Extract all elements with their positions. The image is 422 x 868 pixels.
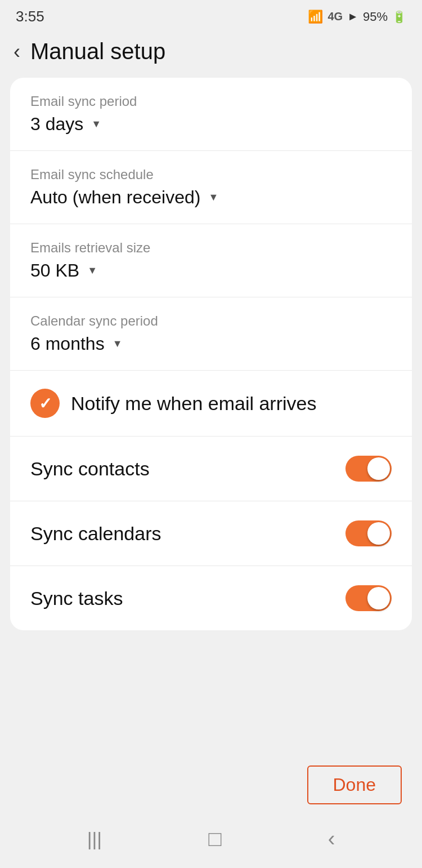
sync-contacts-toggle[interactable]	[345, 456, 392, 482]
calendar-sync-period-text: 6 months	[30, 333, 105, 354]
page-title: Manual setup	[30, 39, 165, 64]
calendar-sync-period-arrow: ▼	[113, 338, 123, 350]
sync-tasks-toggle[interactable]	[345, 585, 392, 611]
back-button[interactable]: ‹	[14, 40, 20, 64]
sync-contacts-row[interactable]: Sync contacts	[10, 437, 412, 501]
checkmark-icon: ✓	[39, 394, 52, 413]
nav-bar: ||| □ ‹	[0, 816, 422, 868]
email-sync-period-value[interactable]: 3 days ▼	[30, 114, 392, 135]
calendar-sync-period-value[interactable]: 6 months ▼	[30, 333, 392, 354]
emails-retrieval-size-row[interactable]: Emails retrieval size 50 KB ▼	[10, 224, 412, 297]
notify-email-checkbox[interactable]: ✓	[30, 389, 60, 418]
sync-calendars-toggle[interactable]	[345, 520, 392, 546]
email-sync-period-row[interactable]: Email sync period 3 days ▼	[10, 78, 412, 151]
sync-tasks-row[interactable]: Sync tasks	[10, 566, 412, 630]
sync-contacts-label: Sync contacts	[30, 458, 150, 480]
sync-calendars-row[interactable]: Sync calendars	[10, 501, 412, 566]
email-sync-schedule-arrow: ▼	[208, 192, 218, 203]
wifi-icon: 📶	[308, 10, 323, 24]
settings-card: Email sync period 3 days ▼ Email sync sc…	[10, 78, 412, 630]
emails-retrieval-size-value[interactable]: 50 KB ▼	[30, 260, 392, 281]
notify-email-label: Notify me when email arrives	[71, 393, 392, 415]
emails-retrieval-size-label: Emails retrieval size	[30, 240, 392, 256]
email-sync-schedule-value[interactable]: Auto (when received) ▼	[30, 187, 392, 208]
email-sync-period-arrow: ▼	[91, 118, 101, 130]
email-sync-period-text: 3 days	[30, 114, 83, 135]
status-bar: 3:55 📶 4G ► 95% 🔋	[0, 0, 422, 30]
emails-retrieval-size-arrow: ▼	[87, 265, 97, 277]
sync-contacts-toggle-knob	[367, 457, 390, 480]
calendar-sync-period-label: Calendar sync period	[30, 313, 392, 329]
status-right: 📶 4G ► 95% 🔋	[308, 10, 406, 24]
sync-tasks-label: Sync tasks	[30, 587, 123, 609]
emails-retrieval-size-text: 50 KB	[30, 260, 79, 281]
back-nav-icon[interactable]: ‹	[328, 827, 335, 851]
network-icon: 4G	[327, 10, 343, 23]
bottom-bar: Done	[0, 754, 422, 816]
email-sync-schedule-row[interactable]: Email sync schedule Auto (when received)…	[10, 151, 412, 224]
sync-calendars-label: Sync calendars	[30, 523, 161, 545]
calendar-sync-period-row[interactable]: Calendar sync period 6 months ▼	[10, 297, 412, 371]
sync-calendars-toggle-knob	[367, 522, 390, 545]
battery-icon: 🔋	[392, 10, 406, 24]
header: ‹ Manual setup	[0, 30, 422, 78]
email-sync-schedule-text: Auto (when received)	[30, 187, 200, 208]
notify-email-row[interactable]: ✓ Notify me when email arrives	[10, 371, 412, 437]
status-time: 3:55	[16, 8, 44, 25]
email-sync-schedule-label: Email sync schedule	[30, 167, 392, 182]
home-nav-icon[interactable]: □	[208, 827, 221, 851]
done-button[interactable]: Done	[307, 765, 402, 804]
sync-tasks-toggle-knob	[367, 587, 390, 609]
email-sync-period-label: Email sync period	[30, 94, 392, 109]
menu-nav-icon[interactable]: |||	[87, 828, 102, 850]
battery-text: 95%	[363, 10, 388, 24]
signal-icon: ►	[347, 10, 358, 23]
